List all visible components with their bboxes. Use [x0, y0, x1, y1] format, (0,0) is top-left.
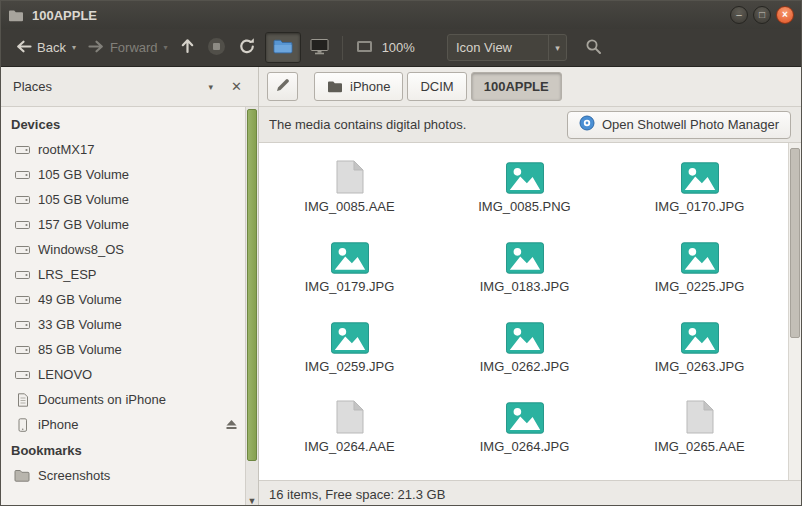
file-item[interactable]: IMG_0264.AAE	[262, 389, 437, 469]
drive-icon	[14, 268, 30, 281]
home-button[interactable]	[265, 32, 301, 63]
toolbar-separator	[342, 36, 343, 60]
file-item[interactable]	[437, 469, 612, 480]
phone-icon	[14, 418, 30, 432]
file-item[interactable]: IMG_0225.JPG	[612, 229, 787, 309]
toolbar: Back ▾ Forward ▾ 100% Icon View	[1, 29, 801, 67]
sidebar-item-iphone[interactable]: iPhone	[1, 412, 246, 437]
drive-icon	[14, 293, 30, 306]
file-item[interactable]: IMG_0262.JPG	[437, 309, 612, 389]
zoom-control[interactable]: 100%	[350, 35, 421, 61]
sidebar-item-label: 33 GB Volume	[38, 317, 122, 332]
drive-icon	[14, 343, 30, 356]
drive-icon	[14, 193, 30, 206]
pencil-icon	[275, 77, 291, 96]
search-button[interactable]	[579, 34, 608, 62]
image-file-icon	[681, 234, 719, 274]
file-manager-window: 100APPLE – □ × Back ▾ Forward ▾	[0, 0, 802, 506]
places-sidebar: Places ▾ ✕ DevicesrootMX17105 GB Volume1…	[1, 67, 259, 506]
window-body: Places ▾ ✕ DevicesrootMX17105 GB Volume1…	[1, 67, 801, 506]
titlebar: 100APPLE – □ ×	[1, 1, 801, 29]
stop-icon	[207, 37, 226, 59]
sidebar-item-documents-on-iphone[interactable]: Documents on iPhone	[1, 387, 246, 412]
back-label: Back	[37, 40, 66, 55]
file-item[interactable]: IMG_0259.JPG	[262, 309, 437, 389]
edit-path-button[interactable]	[267, 72, 298, 101]
close-button[interactable]: ×	[776, 6, 794, 24]
sidebar-close-icon[interactable]: ✕	[227, 77, 246, 96]
content-scrollbar-thumb[interactable]	[790, 148, 800, 338]
home-folder-icon	[273, 38, 293, 57]
sidebar-scrollbar-thumb[interactable]	[247, 109, 257, 461]
shotwell-icon	[579, 115, 595, 134]
forward-button[interactable]: Forward ▾	[82, 35, 174, 61]
file-item[interactable]: IMG_0264.JPG	[437, 389, 612, 469]
back-history-arrow-icon[interactable]: ▾	[72, 43, 76, 52]
file-item[interactable]: IMG_0170.JPG	[612, 149, 787, 229]
file-name: IMG_0183.JPG	[480, 279, 570, 294]
minimize-button[interactable]: –	[730, 6, 748, 24]
up-button[interactable]	[174, 34, 201, 61]
image-file-icon	[506, 394, 544, 434]
sidebar-item-85-gb-volume[interactable]: 85 GB Volume	[1, 337, 246, 362]
window-folder-icon	[8, 9, 24, 22]
sidebar-item-label: Documents on iPhone	[38, 392, 166, 407]
back-button[interactable]: Back ▾	[9, 35, 82, 61]
file-name: IMG_0170.JPG	[655, 199, 745, 214]
folder-icon	[14, 469, 30, 482]
file-name: IMG_0265.AAE	[654, 439, 744, 454]
sidebar-item-rootmx17[interactable]: rootMX17	[1, 137, 246, 162]
open-shotwell-button[interactable]: Open Shotwell Photo Manager	[567, 111, 791, 139]
forward-label: Forward	[110, 40, 158, 55]
sidebar-list: DevicesrootMX17105 GB Volume105 GB Volum…	[1, 107, 246, 488]
refresh-button[interactable]	[232, 33, 262, 62]
file-item[interactable]: IMG_0183.JPG	[437, 229, 612, 309]
sidebar-scrollbar[interactable]: ▼	[245, 107, 258, 506]
sidebar-item-label: 105 GB Volume	[38, 167, 129, 182]
file-name: IMG_0264.AAE	[304, 439, 394, 454]
view-mode-select[interactable]: Icon View ▾	[447, 34, 567, 61]
file-name: IMG_0085.AAE	[304, 199, 394, 214]
chevron-down-icon: ▾	[548, 35, 566, 60]
file-item[interactable]: IMG_0179.JPG	[262, 229, 437, 309]
file-item[interactable]: IMG_0263.JPG	[612, 309, 787, 389]
sidebar-item-windows8-os[interactable]: Windows8_OS	[1, 237, 246, 262]
sidebar-mode-dropdown-icon[interactable]: ▾	[205, 78, 218, 96]
breadcrumb-label: iPhone	[350, 79, 390, 94]
breadcrumb-100apple[interactable]: 100APPLE	[471, 72, 562, 101]
sidebar-item-lenovo[interactable]: LENOVO	[1, 362, 246, 387]
drive-icon	[14, 318, 30, 331]
sidebar-item-screenshots[interactable]: Screenshots	[1, 463, 246, 488]
file-item[interactable]: IMG_0085.PNG	[437, 149, 612, 229]
file-item[interactable]	[262, 469, 437, 480]
folder-icon	[327, 80, 343, 93]
file-item[interactable]: IMG_0265.AAE	[612, 389, 787, 469]
breadcrumb-dcim[interactable]: DCIM	[407, 72, 466, 101]
sidebar-item-157-gb-volume[interactable]: 157 GB Volume	[1, 212, 246, 237]
sidebar-item-lrs-esp[interactable]: LRS_ESP	[1, 262, 246, 287]
sidebar-section-header: Devices	[1, 111, 246, 137]
document-icon	[14, 393, 30, 407]
status-text: 16 items, Free space: 21.3 GB	[269, 487, 445, 502]
sidebar-scroll-down-icon[interactable]: ▼	[246, 496, 258, 506]
file-item[interactable]	[612, 469, 787, 480]
image-file-icon	[681, 474, 719, 480]
file-item[interactable]: IMG_0085.AAE	[262, 149, 437, 229]
sidebar-section-header: Bookmarks	[1, 437, 246, 463]
drive-icon	[14, 168, 30, 181]
sidebar-item-label: LENOVO	[38, 367, 92, 382]
content-scrollbar[interactable]	[788, 143, 801, 480]
file-view[interactable]: IMG_0085.AAEIMG_0085.PNGIMG_0170.JPGIMG_…	[259, 143, 801, 480]
eject-icon[interactable]	[225, 419, 238, 430]
desktop-button[interactable]	[304, 34, 335, 62]
drive-icon	[14, 368, 30, 381]
sidebar-item-105-gb-volume[interactable]: 105 GB Volume	[1, 187, 246, 212]
sidebar-item-49-gb-volume[interactable]: 49 GB Volume	[1, 287, 246, 312]
sidebar-item-105-gb-volume[interactable]: 105 GB Volume	[1, 162, 246, 187]
maximize-button[interactable]: □	[753, 6, 771, 24]
stop-button[interactable]	[201, 33, 232, 63]
sidebar-item-33-gb-volume[interactable]: 33 GB Volume	[1, 312, 246, 337]
generic-file-icon	[336, 154, 364, 194]
breadcrumb-iphone[interactable]: iPhone	[314, 72, 403, 101]
forward-history-arrow-icon[interactable]: ▾	[164, 43, 168, 52]
